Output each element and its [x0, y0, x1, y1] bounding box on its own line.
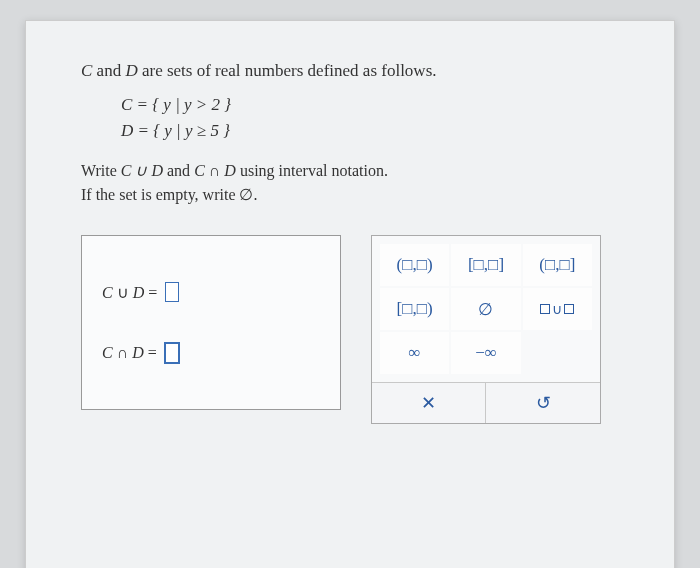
definition-d: D = { y | y ≥ 5 } — [121, 121, 629, 141]
definition-c: C = { y | y > 2 } — [121, 95, 629, 115]
var-d: D — [125, 61, 137, 80]
intersection-answer-line: C ∩ D = — [102, 343, 320, 363]
var-c: C — [81, 61, 92, 80]
palette-closed-closed[interactable]: [□,□] — [451, 244, 520, 286]
symbol-palette: (□,□) [□,□] (□,□] [□,□) ∅ ∪ ∞ −∞ ✕ ↺ — [371, 235, 601, 424]
problem-page: C and D are sets of real numbers defined… — [25, 20, 675, 568]
work-area: C ∪ D = C ∩ D = (□,□) [□,□] (□,□] [□,□) … — [81, 235, 629, 424]
palette-union[interactable]: ∪ — [523, 288, 592, 330]
instructions: Write C ∪ D and C ∩ D using interval not… — [81, 159, 629, 207]
intersection-input[interactable] — [165, 343, 179, 363]
palette-open-open[interactable]: (□,□) — [380, 244, 449, 286]
union-input[interactable] — [165, 282, 179, 302]
palette-empty-set[interactable]: ∅ — [451, 288, 520, 330]
palette-open-closed[interactable]: (□,□] — [523, 244, 592, 286]
clear-button[interactable]: ✕ — [372, 383, 486, 423]
union-answer-line: C ∪ D = — [102, 282, 320, 302]
set-definitions: C = { y | y > 2 } D = { y | y ≥ 5 } — [121, 95, 629, 141]
palette-closed-open[interactable]: [□,□) — [380, 288, 449, 330]
intro-text: C and D are sets of real numbers defined… — [81, 61, 629, 81]
reset-button[interactable]: ↺ — [486, 383, 600, 423]
answer-box: C ∪ D = C ∩ D = — [81, 235, 341, 410]
palette-neg-infinity[interactable]: −∞ — [451, 332, 520, 374]
reset-icon: ↺ — [536, 392, 551, 414]
palette-infinity[interactable]: ∞ — [380, 332, 449, 374]
close-icon: ✕ — [421, 392, 436, 414]
